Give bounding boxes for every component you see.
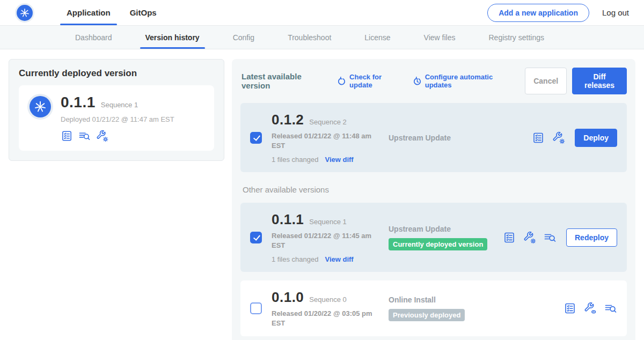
check-for-update-label: Check for update [349, 73, 402, 89]
version-checkbox[interactable] [250, 232, 262, 243]
version-number: 0.1.0 [272, 289, 304, 306]
version-meta: 0.1.1 Sequence 1 Released 01/21/22 @ 11:… [272, 211, 385, 263]
deployed-sequence-label: Sequence 1 [101, 101, 138, 109]
top-nav-right: Add a new application Log out [487, 0, 629, 25]
subnav-tab-license[interactable]: License [359, 26, 396, 49]
redeploy-button[interactable]: Redeploy [566, 228, 617, 247]
view-logs-icon[interactable] [544, 231, 557, 244]
version-number: 0.1.1 [272, 211, 304, 228]
logout-button[interactable]: Log out [602, 8, 629, 17]
sequence-label: Sequence 1 [309, 218, 346, 226]
edit-config-icon[interactable] [96, 130, 108, 142]
latest-version-header: Latest available version Check for updat… [240, 68, 627, 94]
main-content: Currently deployed version 0.1.1 Sequenc… [0, 49, 644, 340]
sequence-label: Sequence 2 [309, 118, 346, 126]
view-diff-link[interactable]: View diff [325, 156, 353, 164]
auto-update-clock-icon [413, 76, 422, 85]
version-source-col: Upstream Update [385, 134, 532, 142]
subnav-tab-view-files[interactable]: View files [419, 26, 461, 49]
subnav-tab-registry-settings[interactable]: Registry settings [483, 26, 549, 49]
version-history-panel: Latest available version Check for updat… [232, 59, 635, 340]
diff-releases-button[interactable]: Diff releases [572, 68, 627, 94]
top-nav-tabs: Application GitOps [57, 0, 166, 25]
files-changed-label: 1 files changed [272, 255, 318, 263]
kubernetes-app-icon [30, 96, 51, 117]
currently-deployed-badge: Currently deployed version [389, 238, 487, 250]
version-row-0-1-2: 0.1.2 Sequence 2 Released 01/21/22 @ 11:… [240, 103, 627, 172]
cancel-button[interactable]: Cancel [525, 68, 567, 94]
release-notes-icon[interactable] [61, 130, 73, 142]
header-actions: Cancel Diff releases [525, 68, 627, 94]
version-actions: Redeploy [503, 228, 617, 247]
subnav-tab-dashboard[interactable]: Dashboard [70, 26, 118, 49]
subnav-tab-config[interactable]: Config [228, 26, 260, 49]
released-timestamp: Released 01/20/22 @ 03:05 pm EST [272, 309, 377, 328]
view-logs-icon[interactable] [604, 302, 617, 315]
currently-deployed-title: Currently deployed version [19, 68, 214, 79]
version-source-label: Online Install [389, 295, 564, 304]
version-actions [564, 302, 617, 315]
released-timestamp: Released 01/21/22 @ 11:45 am EST [272, 231, 377, 250]
edit-config-icon[interactable] [552, 131, 565, 144]
other-versions-title: Other available versions [243, 185, 627, 194]
version-row-0-1-1: 0.1.1 Sequence 1 Released 01/21/22 @ 11:… [240, 203, 627, 272]
version-checkbox[interactable] [250, 302, 262, 314]
deployed-timestamp: Deployed 01/21/22 @ 11:47 am EST [61, 115, 174, 123]
app-icon-ring [27, 94, 53, 120]
subnav-tab-troubleshoot[interactable]: Troubleshoot [282, 26, 336, 49]
kots-admin-console: Application GitOps Add a new application… [0, 0, 644, 340]
view-config-icon[interactable] [584, 302, 597, 315]
deployed-version-info: 0.1.1 Sequence 1 Deployed 01/21/22 @ 11:… [61, 94, 174, 142]
version-source-col: Online Install Previously deployed [385, 295, 564, 321]
released-timestamp: Released 01/21/22 @ 11:48 am EST [272, 131, 377, 150]
view-logs-icon[interactable] [78, 130, 91, 142]
tab-gitops[interactable]: GitOps [120, 0, 166, 25]
version-number: 0.1.2 [272, 112, 304, 128]
version-meta: 0.1.0 Sequence 0 Released 01/20/22 @ 03:… [272, 289, 385, 328]
subnav-tab-version-history[interactable]: Version history [140, 26, 205, 49]
version-actions: Deploy [532, 129, 617, 147]
release-notes-icon[interactable] [503, 231, 516, 244]
version-source-label: Upstream Update [389, 134, 532, 142]
version-checkbox[interactable] [250, 132, 262, 144]
version-source-label: Upstream Update [389, 225, 503, 233]
tab-application-label: Application [67, 8, 111, 17]
app-logo[interactable] [15, 3, 34, 23]
version-row-0-1-0: 0.1.0 Sequence 0 Released 01/20/22 @ 03:… [240, 280, 627, 336]
configure-auto-updates-label: Configure automatic updates [425, 73, 514, 89]
add-application-button[interactable]: Add a new application [487, 4, 589, 22]
check-for-update-link[interactable]: Check for update [337, 73, 402, 89]
version-meta: 0.1.2 Sequence 2 Released 01/21/22 @ 11:… [272, 112, 385, 164]
release-notes-icon[interactable] [564, 302, 576, 315]
top-nav: Application GitOps Add a new application… [0, 0, 644, 26]
kubernetes-logo-icon [17, 5, 33, 21]
version-source-col: Upstream Update Currently deployed versi… [385, 225, 503, 250]
latest-version-title: Latest available version [241, 72, 326, 90]
currently-deployed-card: Currently deployed version 0.1.1 Sequenc… [9, 59, 224, 161]
tab-application[interactable]: Application [57, 0, 120, 25]
sequence-label: Sequence 0 [309, 295, 346, 304]
deployed-version-number: 0.1.1 [61, 94, 96, 111]
refresh-icon [337, 76, 346, 85]
configure-auto-updates-link[interactable]: Configure automatic updates [413, 73, 514, 89]
app-sub-nav: Dashboard Version history Config Trouble… [0, 26, 644, 49]
previously-deployed-badge: Previously deployed [389, 309, 465, 321]
tab-gitops-label: GitOps [130, 8, 157, 17]
edit-config-icon[interactable] [523, 231, 536, 244]
deployed-version-card: 0.1.1 Sequence 1 Deployed 01/21/22 @ 11:… [19, 85, 214, 151]
deploy-button[interactable]: Deploy [575, 129, 617, 147]
view-diff-link[interactable]: View diff [325, 255, 353, 263]
files-changed-label: 1 files changed [272, 156, 318, 164]
release-notes-icon[interactable] [532, 131, 545, 144]
